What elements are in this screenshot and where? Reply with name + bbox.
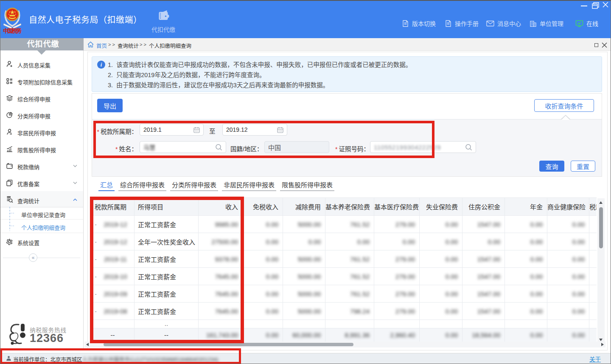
- svg-text:i: i: [101, 61, 102, 68]
- svg-text:中国税务: 中国税务: [3, 28, 22, 34]
